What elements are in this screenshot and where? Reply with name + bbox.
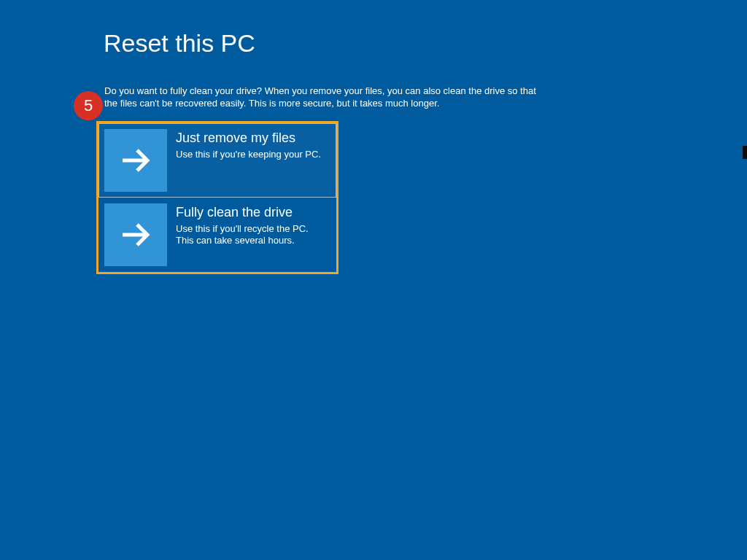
option-just-remove-files[interactable]: Just remove my files Use this if you're …	[98, 123, 336, 198]
option-fully-clean-drive[interactable]: Fully clean the drive Use this if you'll…	[98, 198, 336, 272]
option-description: Use this if you're keeping your PC.	[176, 149, 321, 160]
option-description: Use this if you'll recycle the PC. This …	[176, 223, 328, 247]
option-title: Just remove my files	[176, 131, 321, 147]
option-text: Just remove my files Use this if you're …	[167, 129, 321, 160]
options-highlight-box: Just remove my files Use this if you're …	[96, 121, 338, 274]
option-title: Fully clean the drive	[176, 205, 328, 221]
page-title: Reset this PC	[104, 29, 255, 58]
page-description: Do you want to fully clean your drive? W…	[104, 85, 549, 110]
step-badge: 5	[74, 91, 103, 120]
arrow-right-icon	[104, 129, 167, 192]
edge-window-tab	[743, 146, 747, 159]
option-text: Fully clean the drive Use this if you'll…	[167, 203, 328, 246]
arrow-right-icon	[104, 203, 167, 266]
